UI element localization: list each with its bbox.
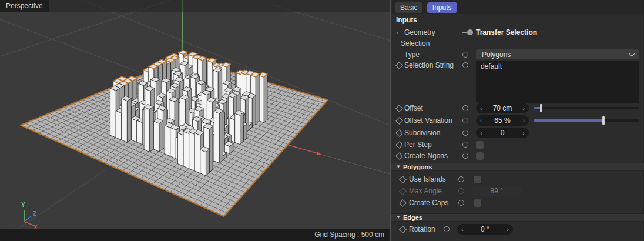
increment-arrow-icon[interactable]: › [522,130,525,136]
subdivision-value[interactable]: 0 [482,129,523,137]
use-islands-checkbox[interactable] [474,176,481,183]
geometry-port-icon[interactable] [467,29,473,35]
section-header-polygons[interactable]: ▼ Polygons [391,163,644,171]
keyframe-diamond-icon[interactable] [395,105,403,112]
create-caps-port-icon[interactable] [458,200,464,206]
viewport-top-bar: Perspective [0,0,390,12]
viewport-canvas[interactable]: YZX [0,0,390,241]
offset-port-icon[interactable] [462,105,468,111]
create-caps-label: Create Caps [409,198,448,208]
selection-string-port-icon[interactable] [462,62,468,68]
use-islands-port-icon[interactable] [458,176,464,182]
keyframe-diamond-icon[interactable] [395,141,403,149]
viewport-status-bar: Grid Spacing : 500 cm [0,229,390,241]
geometry-value: Transfer Selection [476,27,537,38]
type-dropdown-value: Polygons [482,51,630,59]
create-ngons-label: Create Ngons [404,150,448,161]
slider-fill [534,119,603,122]
max-angle-value: 89 ° [470,186,523,196]
subdivision-port-icon[interactable] [462,130,468,136]
keyframe-diamond-icon[interactable] [399,199,407,207]
panel-tab-bar: Basic Inputs [391,0,643,14]
subdivision-spinner[interactable]: ‹ 0 › [476,128,529,138]
keyframe-diamond-icon [399,188,407,195]
chevron-down-icon [629,51,635,56]
row-offset-variation: Offset Variation ‹ 65 % › [391,115,644,126]
subdivision-label: Subdivision [404,128,440,138]
offset-value[interactable]: 70 cm [482,104,523,112]
type-dropdown[interactable]: Polygons [476,49,639,59]
offset-variation-slider[interactable] [534,115,639,126]
offset-variation-port-icon[interactable] [462,118,468,123]
row-offset: Offset ‹ 70 cm › [391,103,644,113]
keyframe-diamond-icon[interactable] [399,176,407,183]
geometry-label: Geometry [404,27,435,38]
create-ngons-port-icon[interactable] [462,153,468,159]
selection-string-input[interactable]: default [476,61,639,103]
grid-spacing-text: Grid Spacing : 500 cm [314,230,384,239]
type-port-icon[interactable] [462,52,468,58]
collapse-triangle-icon: ▼ [396,215,401,220]
keyframe-diamond-icon[interactable] [395,62,403,69]
create-caps-checkbox[interactable] [474,199,481,207]
attribute-panel: Basic Inputs Inputs › Geometry Transfer … [391,0,644,241]
port-connector-icon [462,32,467,33]
edges-section-label: Edges [403,214,422,221]
row-max-angle: Max Angle 89 ° [391,186,644,196]
rotation-value[interactable]: 0 ° [464,225,507,233]
keyframe-diamond-icon[interactable] [395,129,403,137]
slider-handle[interactable] [602,116,605,125]
tab-inputs[interactable]: Inputs [427,2,457,13]
offset-variation-value[interactable]: 65 % [482,116,523,125]
row-subdivision: Subdivision ‹ 0 › [391,128,644,138]
panel-section-title: Inputs [396,16,417,24]
rotation-label: Rotation [409,224,435,235]
expander-chevron-icon[interactable]: › [396,27,398,38]
gizmo-y-label: Y [21,202,25,208]
row-geometry: › Geometry Transfer Selection [391,27,644,38]
row-rotation: Rotation ‹ 0 ° › [391,224,644,235]
offset-label: Offset [404,103,423,113]
increment-arrow-icon[interactable]: › [522,105,525,112]
row-create-caps: Create Caps [391,198,644,208]
gizmo-z-label: Z [33,210,36,217]
offset-slider[interactable] [534,103,639,113]
max-angle-port-icon [458,188,464,194]
keyframe-diamond-icon[interactable] [395,152,403,160]
section-header-edges[interactable]: ▼ Edges [391,213,644,222]
row-per-step: Per Step [391,139,644,150]
tab-basic[interactable]: Basic [395,2,422,13]
increment-arrow-icon[interactable]: › [522,118,525,124]
application-window: YZX Perspective Grid Spacing : 500 cm Ba… [0,0,644,241]
row-type: Type Polygons [391,49,644,60]
viewport[interactable]: YZX Perspective Grid Spacing : 500 cm [0,0,390,241]
increment-arrow-icon[interactable]: › [507,226,509,233]
rotation-spinner[interactable]: ‹ 0 ° › [457,224,513,235]
collapse-triangle-icon: ▼ [396,165,401,169]
slider-track[interactable] [534,107,639,109]
offset-spinner[interactable]: ‹ 70 cm › [476,103,529,113]
row-create-ngons: Create Ngons [391,150,644,161]
3d-scene-svg[interactable]: YZX [0,0,390,241]
create-ngons-checkbox[interactable] [476,152,484,160]
offset-variation-label: Offset Variation [404,115,452,126]
polygons-section-label: Polygons [403,163,432,170]
keyframe-diamond-icon[interactable] [399,226,407,233]
use-islands-label: Use Islands [409,174,446,185]
viewport-label[interactable]: Perspective [0,0,49,12]
offset-variation-spinner[interactable]: ‹ 65 % › [476,115,529,126]
selection-string-label: Selection String [404,60,454,71]
keyframe-diamond-icon[interactable] [395,117,403,125]
per-step-checkbox[interactable] [476,141,484,149]
per-step-port-icon[interactable] [462,142,468,148]
slider-handle[interactable] [540,104,542,112]
row-use-islands: Use Islands [391,174,644,185]
selection-group-label: Selection [401,38,430,49]
type-label: Type [404,49,420,60]
max-angle-label: Max Angle [409,186,442,196]
rotation-port-icon[interactable] [444,226,450,232]
row-selection-group: Selection [391,38,644,49]
per-step-label: Per Step [404,139,432,150]
